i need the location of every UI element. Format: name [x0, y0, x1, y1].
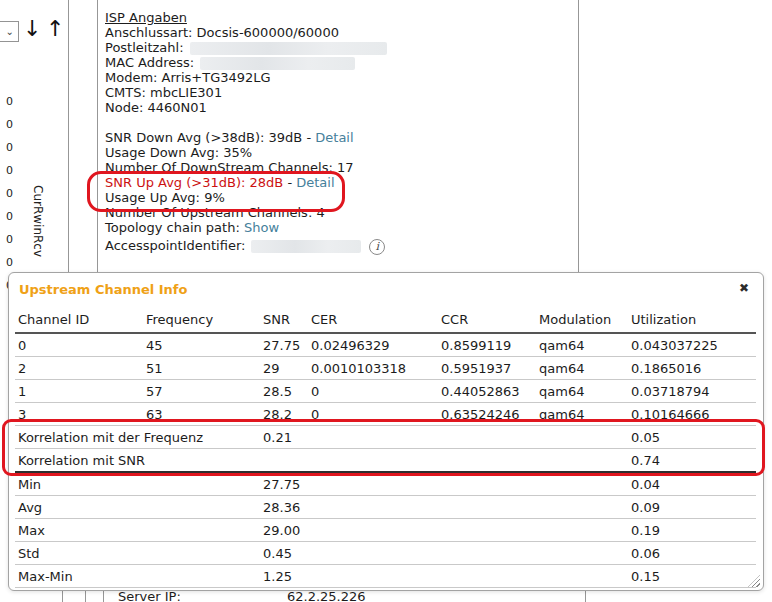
utilization-value: 0.09 [628, 496, 756, 519]
upstream-channel-info-dialog: Upstream Channel Info ✖ Channel ID Frequ… [8, 272, 764, 591]
table-cell: 57 [143, 380, 260, 403]
col-ccr: CCR [438, 306, 536, 333]
axis-tick: 0 [6, 164, 18, 177]
stats-row: Max29.000.19 [15, 519, 756, 542]
table-cell: 28.2 [260, 403, 308, 426]
row-label: Min [15, 472, 260, 496]
table-cell: 0.043037225 [628, 333, 756, 357]
table-cell: qam64 [536, 357, 628, 380]
info-icon[interactable]: i [369, 239, 385, 255]
empty-cell [308, 542, 628, 565]
row-label: Max [15, 519, 260, 542]
isp-title: ISP Angaben [105, 10, 575, 25]
accesspoint-label: AccesspointIdentifier: [105, 238, 245, 253]
close-icon[interactable]: ✖ [739, 281, 749, 295]
topology-label: Topology chain path: [105, 220, 240, 235]
isp-mac: MAC Address: [105, 55, 575, 70]
utilization-value: 0.06 [628, 542, 756, 565]
isp-usage-up: Usage Up Avg: 9% [105, 190, 575, 205]
table-cell: 0.1865016 [628, 357, 756, 380]
channel-row: 251290.00101033180.5951937qam640.1865016 [15, 357, 756, 380]
table-cell: 0.10164666 [628, 403, 756, 426]
utilization-value: 0.04 [628, 472, 756, 496]
row-label: Korrelation mit der Frequenz [15, 426, 260, 449]
utilization-value: 0.74 [628, 449, 756, 473]
separator-dash: - [287, 175, 292, 190]
table-cell: qam64 [536, 380, 628, 403]
axis-tick: 0 [6, 233, 18, 246]
snr-up-detail-link[interactable]: Detail [296, 175, 334, 190]
table-cell: 0.03718794 [628, 380, 756, 403]
table-cell: 0.44052863 [438, 380, 536, 403]
snr-value: 28.36 [260, 496, 308, 519]
col-frequency: Frequency [143, 306, 260, 333]
stats-row: Max-Min1.250.15 [15, 565, 756, 588]
isp-mac-label: MAC Address: [105, 55, 194, 70]
axis-tick: 0 [6, 95, 18, 108]
divider-vertical [578, 0, 579, 272]
row-label: Max-Min [15, 565, 260, 588]
row-label: Avg [15, 496, 260, 519]
table-cell: 0 [308, 403, 438, 426]
isp-snr-down: SNR Down Avg (>38dB): 39dB - Detail [105, 130, 575, 145]
isp-num-down: Number Of DownStream Channels: 17 [105, 160, 575, 175]
isp-postleitzahl-label: Postleitzahl: [105, 40, 184, 55]
correlation-row: Korrelation mit SNR0.74 [15, 449, 756, 473]
utilization-value: 0.15 [628, 565, 756, 588]
isp-node: Node: 4460N01 [105, 100, 575, 115]
row-label: Std [15, 542, 260, 565]
col-utilization: Utilization [628, 306, 756, 333]
snr-up-text: SNR Up Avg (>31dB): 28dB [105, 175, 283, 190]
col-channel-id: Channel ID [15, 306, 143, 333]
table-cell: 2 [15, 357, 143, 380]
empty-cell [308, 565, 628, 588]
isp-modem: Modem: Arris+TG3492LG [105, 70, 575, 85]
col-snr: SNR [260, 306, 308, 333]
empty-cell [308, 496, 628, 519]
empty-cell [308, 519, 628, 542]
snr-value: 27.75 [260, 472, 308, 496]
divider-vertical [68, 0, 69, 272]
spacer [105, 115, 575, 130]
snr-down-text: SNR Down Avg (>38dB): 39dB [105, 130, 302, 145]
table-cell: 0.5951937 [438, 357, 536, 380]
table-cell: 29 [260, 357, 308, 380]
channel-row: 36328.200.63524246qam640.10164666 [15, 403, 756, 426]
utilization-value: 0.05 [628, 426, 756, 449]
axis-tick: 0 [6, 210, 18, 223]
empty-cell [308, 472, 628, 496]
axis-label: CurRwinRcv [31, 185, 45, 275]
chevron-down-icon: ⌄ [6, 26, 14, 37]
dialog-title: Upstream Channel Info [19, 282, 187, 297]
table-cell: 0 [308, 380, 438, 403]
snr-down-detail-link[interactable]: Detail [315, 130, 353, 145]
isp-accesspoint: AccesspointIdentifier:i [105, 238, 575, 253]
channel-table: Channel ID Frequency SNR CER CCR Modulat… [15, 306, 756, 588]
table-cell: 45 [143, 333, 260, 357]
col-cer: CER [308, 306, 438, 333]
table-cell: qam64 [536, 333, 628, 357]
table-cell: 0.63524246 [438, 403, 536, 426]
empty-cell [308, 449, 628, 473]
dropdown-select[interactable]: ⌄ [0, 21, 19, 42]
snr-value: 0.21 [260, 426, 308, 449]
isp-anschlussart: Anschlussart: Docsis-600000/60000 [105, 25, 575, 40]
channel-table-body: 04527.750.024963290.8599119qam640.043037… [15, 333, 756, 588]
down-arrow-icon[interactable]: ↓ [23, 14, 41, 44]
table-cell: 3 [15, 403, 143, 426]
row-label: Korrelation mit SNR [15, 449, 260, 473]
snr-value [260, 449, 308, 473]
table-cell: 63 [143, 403, 260, 426]
table-header-row: Channel ID Frequency SNR CER CCR Modulat… [15, 306, 756, 333]
up-arrow-icon[interactable]: ↑ [46, 14, 64, 44]
table-cell: 0.0010103318 [308, 357, 438, 380]
channel-row: 04527.750.024963290.8599119qam640.043037… [15, 333, 756, 357]
isp-usage-down: Usage Down Avg: 35% [105, 145, 575, 160]
stats-row: Min27.750.04 [15, 472, 756, 496]
axis-tick: 0 [6, 256, 18, 269]
isp-postleitzahl: Postleitzahl: [105, 40, 575, 55]
stats-row: Avg28.360.09 [15, 496, 756, 519]
topology-show-link[interactable]: Show [244, 220, 279, 235]
axis-tick: 0 [6, 187, 18, 200]
channel-row: 15728.500.44052863qam640.03718794 [15, 380, 756, 403]
